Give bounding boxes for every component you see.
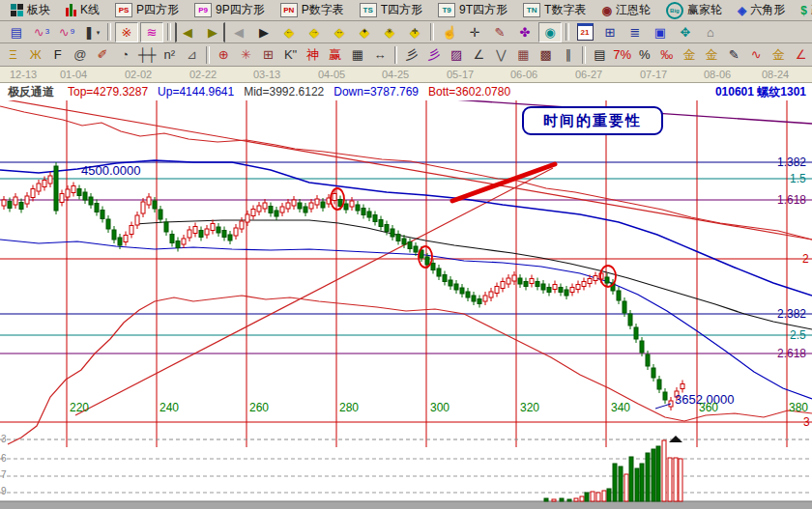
toolbar-button-time-cycle[interactable]: ◔ (115, 44, 135, 65)
toolbar-button-gold-lines-2[interactable]: 金 (768, 44, 789, 65)
annotation-box[interactable]: 时间的重要性 (522, 106, 663, 135)
toolbar-button-gann-web[interactable]: ✳ (236, 44, 256, 65)
toolbar-button-network[interactable]: ✥ (674, 22, 697, 42)
p-square-label: P四方形 (136, 2, 179, 18)
toolbar-button-kline-style[interactable]: ❚▾ (80, 22, 103, 42)
toolbar-button-ruler-123[interactable]: ▦ (347, 44, 367, 65)
toolbar-button-winner-service[interactable]: $赢家服务 (794, 1, 812, 20)
toolbar-button-grid-arrow[interactable]: ▩ (536, 44, 556, 65)
toolbar-button-p-number-table[interactable]: PNP数字表 (274, 1, 351, 20)
toolbar-button-p-square[interactable]: PSP四方形 (108, 1, 186, 20)
candle-body (547, 288, 551, 293)
toolbar-button-gann-gold-1[interactable]: Ξ (3, 44, 23, 65)
candle-body (512, 275, 516, 281)
toolbar-button-calendar[interactable]: 21 (573, 22, 596, 42)
toolbar-button-grid-tool[interactable]: ▦ (513, 44, 534, 65)
toolbar-button-fan-boxed[interactable]: ▨ (447, 44, 467, 65)
toolbar-button-shift-left[interactable]: ◆← (277, 22, 301, 42)
toolbar-button-span-measure[interactable]: ↔ (369, 44, 390, 65)
toolbar-button-zoom-in[interactable]: ◆✦ (353, 22, 376, 42)
x-axis-label: 220 (70, 401, 89, 414)
toolbar-main: 板块K线PSP四方形P99P四方形PNP数字表TST四方形T99T四方形TNT数… (0, 0, 812, 21)
toolbar-separator (107, 23, 111, 41)
chart-area[interactable]: 1.3821.51.61822.3822.52.618336794500.000… (0, 100, 812, 509)
gann-circle-icon: ⊕ (218, 48, 229, 61)
toolbar-button-t-number-table[interactable]: TNT数字表 (516, 1, 593, 20)
toolbar-button-zigzag-v[interactable]: ⋁ (491, 44, 511, 65)
toolbar-button-9p-square[interactable]: P99P四方形 (188, 1, 272, 20)
toolbar-button-ying-tool[interactable]: 赢 (325, 44, 345, 65)
toolbar-button-fan-lines[interactable]: 彡 (401, 44, 421, 65)
toolbar-button-shift-right[interactable]: ◆→ (303, 22, 326, 42)
toolbar-button-purple-tool[interactable]: ✤ (513, 22, 536, 42)
toolbar-button-wave-9[interactable]: ∿9 (55, 22, 78, 42)
toolbar-button-shen-tool[interactable]: 神 (303, 44, 323, 65)
candle-body (634, 327, 638, 339)
toolbar-button-gold-circle[interactable]: 金 (679, 44, 699, 65)
toolbar-button-9t-square[interactable]: T99T四方形 (431, 1, 514, 20)
toolbar-button-smart-brain[interactable]: ◉ (538, 22, 562, 42)
toolbar-separator (394, 46, 398, 64)
pattern-tool-icon: ※ (122, 26, 132, 39)
toolbar-button-t-square[interactable]: TST四方形 (353, 1, 429, 20)
toolbar-button-angle-line[interactable]: ⊿ (182, 44, 202, 65)
toolbar-button-first-page[interactable]: ◀ (175, 22, 199, 42)
toolbar-button-gann-gold-2[interactable]: Ж (25, 44, 45, 65)
toolbar-button-hexagon[interactable]: ◈六角形 (731, 1, 792, 20)
toolbar-button-calculator[interactable]: ⊞ (598, 22, 622, 42)
toolbar-button-gann-wheel[interactable]: ◉江恩轮 (594, 1, 656, 20)
volume-bar (591, 492, 594, 501)
toolbar-button-zoom-fit[interactable]: ◆✛ (403, 22, 426, 42)
toolbar-button-page-forward[interactable]: ▶ (252, 22, 276, 42)
chart-canvas[interactable]: 1.3821.51.61822.3822.52.618336794500.000… (0, 100, 812, 509)
toolbar-button-parallel-lines[interactable]: ∥ (558, 44, 578, 65)
toolbar-button-zoom-out[interactable]: ◆✳ (378, 22, 401, 42)
toolbar-button-k-mark[interactable]: K" (280, 44, 301, 65)
toolbar-button-save-disk[interactable]: ▣ (649, 22, 672, 42)
toolbar-button-page-back[interactable]: ◀ (227, 22, 250, 42)
x-axis-label: 260 (249, 401, 269, 414)
gold-circle-icon: 金 (682, 48, 695, 61)
toolbar-button-computer[interactable]: ⌂ (699, 22, 722, 42)
toolbar-button-hand-drag[interactable]: ☝ (438, 22, 461, 42)
toolbar-button-sector-board[interactable]: 板块 (4, 1, 57, 20)
toolbar-button-percent-7[interactable]: 7% (612, 44, 632, 65)
toolbar-button-wave-3[interactable]: ∿3 (30, 22, 53, 42)
toolbar-button-gold-lines[interactable]: 金 (701, 44, 721, 65)
toolbar-button-winner-wheel[interactable]: Big赢家轮 (659, 1, 729, 20)
toolbar-button-draw-pen[interactable]: ✎ (488, 22, 511, 42)
toolbar-button-last-page[interactable]: ▶ (201, 22, 225, 42)
candle-body (159, 210, 162, 219)
boxed-web-icon: ⊞ (263, 48, 274, 61)
toolbar-button-expand-h[interactable]: ◆↔ (328, 22, 351, 42)
toolbar-button-spiral[interactable]: @ (70, 44, 90, 65)
toolbar-button-brush[interactable]: ✐ (92, 44, 112, 65)
toolbar-button-wave-tool[interactable]: ∿ (746, 44, 767, 65)
tick-divider-icon: ┼┼ (138, 48, 156, 61)
candle-body (251, 210, 255, 216)
toolbar-button-pattern-tool[interactable]: ※ (115, 22, 138, 42)
fan-purple-icon: 彡 (427, 48, 440, 61)
x-axis-label: 340 (611, 401, 630, 414)
candle-body (205, 229, 209, 235)
toolbar-button-j-angle[interactable]: ∠ (791, 44, 811, 65)
toolbar-button-n-square[interactable]: n² (160, 44, 180, 65)
toolbar-button-fan-purple[interactable]: 彡 (423, 44, 444, 65)
toolbar-button-gann-circle[interactable]: ⊕ (214, 44, 234, 65)
channel-value: Top=4279.3287 (68, 85, 148, 99)
toolbar-button-tick-divider[interactable]: ┼┼ (137, 44, 158, 65)
toolbar-button-notepad[interactable]: ≣ (624, 22, 647, 42)
toolbar-button-quote-list[interactable]: ▤ (5, 22, 28, 42)
toolbar-button-pen-lines[interactable]: ✎ (724, 44, 744, 65)
toolbar-button-fibonacci[interactable]: F (47, 44, 68, 65)
toolbar-button-crosshair[interactable]: ✛ (463, 22, 486, 42)
toolbar-button-trend-angle[interactable]: ∠ (469, 44, 489, 65)
purple-tool-icon: ✤ (520, 26, 531, 39)
toolbar-button-level-table[interactable]: ▤ (590, 44, 610, 65)
toolbar-button-color-histogram[interactable]: ≋ (140, 22, 163, 42)
toolbar-button-kline[interactable]: K线 (59, 1, 106, 20)
toolbar-button-boxed-web[interactable]: ⊞ (258, 44, 278, 65)
toolbar-separator (566, 23, 569, 41)
toolbar-button-percent-lines[interactable]: ‰ (656, 44, 677, 65)
toolbar-button-percent[interactable]: % (634, 44, 654, 65)
